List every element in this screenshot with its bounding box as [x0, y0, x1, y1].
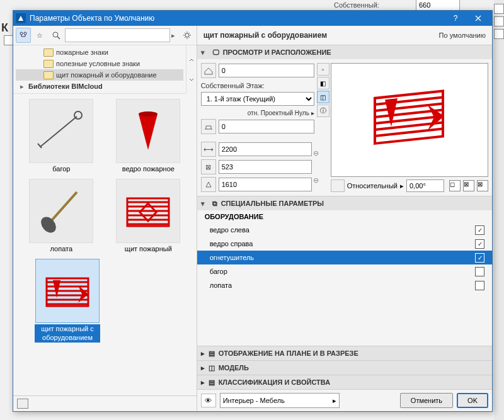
ok-button[interactable]: OK [457, 393, 488, 408]
param-row[interactable]: ведро слева✓ [197, 223, 492, 237]
checkbox[interactable]: ✓ [475, 225, 484, 235]
folder-icon [43, 48, 54, 57]
titlebar: Параметры Объекта по Умолчанию ? [13, 11, 492, 26]
chevron-down-icon: ▾ [201, 200, 209, 208]
bg-letter: К [1, 21, 8, 35]
help-button[interactable]: ? [444, 11, 467, 26]
eye-icon[interactable]: 👁 [201, 394, 216, 407]
close-button[interactable] [467, 11, 490, 26]
checkbox[interactable] [475, 267, 484, 276]
app-icon [16, 13, 26, 23]
side-icon[interactable] [494, 4, 504, 14]
chevron-right-icon: ▸ [201, 364, 205, 372]
section-preview[interactable]: ▾ 🖵 ПРОСМОТР И РАСПОЛОЖЕНИЕ [197, 45, 492, 59]
object-name: щит пожарный с оборудованием [203, 31, 327, 40]
view-plan-icon[interactable]: ◧ [317, 77, 329, 89]
svg-point-4 [74, 111, 82, 119]
depth-icon[interactable]: ⊠ [201, 159, 216, 174]
param-row[interactable]: багор [197, 264, 492, 278]
gear-icon[interactable] [180, 28, 194, 42]
view-2d-icon[interactable]: ▫ [317, 63, 329, 76]
svg-line-27 [375, 128, 443, 135]
floor-select[interactable]: 1. 1-й этаж (Текущий) [201, 92, 314, 106]
tree-item[interactable]: щит пожарный и оборудование [56, 71, 157, 79]
height-input[interactable] [219, 178, 312, 191]
side-icon[interactable] [494, 29, 504, 39]
folder-icon [43, 71, 54, 79]
svg-point-3 [185, 33, 189, 37]
object-settings-dialog: Параметры Объекта по Умолчанию ? ☆ ▸ [13, 10, 493, 412]
depth-input[interactable] [219, 160, 312, 174]
param-row[interactable]: огнетушитель✓ [197, 251, 492, 264]
tree-group[interactable]: Библиотеки BIMcloud [28, 82, 103, 90]
browse-mode-icon[interactable] [16, 28, 31, 43]
cube-icon: ◫ [209, 364, 215, 372]
checkbox[interactable]: ✓ [475, 253, 484, 263]
svg-line-22 [375, 97, 443, 104]
checkbox[interactable] [475, 281, 484, 290]
thumb-shield[interactable]: щит пожарный [114, 179, 182, 254]
thumb-vedro[interactable]: ведро пожарное [114, 99, 182, 174]
favorites-icon[interactable]: ☆ [32, 28, 47, 43]
tag-icon: ▤ [209, 378, 215, 387]
param-group: ОБОРУДОВАНИЕ [197, 210, 492, 223]
proj-null-label: отн. Проектный Нуль [248, 110, 309, 116]
home-icon[interactable] [17, 399, 28, 409]
thumb-lopata[interactable]: лопата [27, 179, 95, 254]
search-input[interactable] [65, 28, 170, 42]
default-link[interactable]: По умолчанию [439, 31, 486, 39]
monitor-icon: 🖵 [212, 48, 219, 56]
preview-3d[interactable] [331, 63, 488, 177]
section-model[interactable]: ▸◫МОДЕЛЬ [197, 360, 492, 375]
top-pos-icon[interactable] [201, 63, 216, 78]
flip-x-icon[interactable]: ⊠ [463, 180, 474, 191]
clear-search-icon[interactable]: ▸ [171, 31, 179, 40]
svg-point-1 [24, 32, 26, 35]
flip-y-icon[interactable]: ⊠ [477, 180, 488, 191]
chevron-down-icon: ▾ [201, 48, 209, 57]
chevron-right-icon: ▸ [201, 378, 205, 387]
expand-icon[interactable]: ▸ [18, 82, 26, 91]
section-display[interactable]: ▸▤ОТОБРАЖЕНИЕ НА ПЛАНЕ И В РАЗРЕЗЕ [197, 346, 492, 360]
param-row[interactable]: лопата [197, 278, 492, 292]
view-3d-icon[interactable]: ◫ [317, 91, 329, 103]
top-input[interactable] [219, 64, 314, 77]
section-classif[interactable]: ▸▤КЛАССИФИКАЦИЯ И СВОЙСТВА [197, 375, 492, 389]
height-icon[interactable] [201, 177, 216, 192]
section-special[interactable]: ▾ ⧉ СПЕЦИАЛЬНЫЕ ПАРАМЕТРЫ [197, 196, 492, 210]
checkbox[interactable]: ✓ [475, 239, 484, 249]
plan-icon: ▤ [209, 349, 215, 358]
svg-point-0 [20, 32, 23, 35]
library-pane: ☆ ▸ пожарные знаки полезные условные зна… [13, 26, 197, 411]
cancel-button[interactable]: Отменить [400, 393, 453, 408]
z-input[interactable] [219, 120, 314, 133]
view-info-icon[interactable]: ⓘ [317, 105, 329, 117]
side-icon[interactable] [494, 16, 504, 26]
tree-item[interactable]: полезные условные знаки [56, 60, 140, 67]
thumbnails: багор ведро пожарное лопата щит пожарный [13, 94, 197, 395]
ground-icon[interactable] [201, 119, 216, 134]
search-icon[interactable] [49, 28, 64, 43]
chevron-right-icon: ▸ [333, 397, 336, 405]
svg-point-2 [53, 32, 58, 37]
dialog-title: Параметры Объекта по Умолчанию [30, 14, 444, 23]
width-input[interactable] [219, 142, 312, 156]
folder-icon [43, 60, 54, 68]
chevron-right-icon: ▸ [201, 349, 205, 358]
folder-tree[interactable]: пожарные знаки полезные условные знаки щ… [13, 45, 186, 94]
layer-select[interactable]: Интерьер - Мебель▸ [220, 393, 340, 408]
param-row[interactable]: ведро справа✓ [197, 237, 492, 251]
floor-label: Собственный Этаж: [201, 82, 314, 89]
rotate-icon[interactable] [331, 179, 345, 192]
angle-label: Относительный [347, 182, 398, 190]
thumb-bagor[interactable]: багор [27, 99, 95, 174]
width-icon[interactable]: ⟷ [201, 142, 216, 157]
mirror-icon[interactable]: ◻ [449, 180, 461, 191]
tree-item[interactable]: пожарные знаки [56, 48, 108, 56]
svg-point-5 [139, 111, 158, 116]
tree-scroll[interactable] [186, 45, 197, 94]
angle-input[interactable] [406, 179, 444, 192]
thumb-shield-eq[interactable]: щит пожарный с оборудованием [33, 259, 101, 342]
chevron-right-icon: ▸ [400, 182, 404, 190]
bg-label: Собственный: [334, 1, 379, 9]
